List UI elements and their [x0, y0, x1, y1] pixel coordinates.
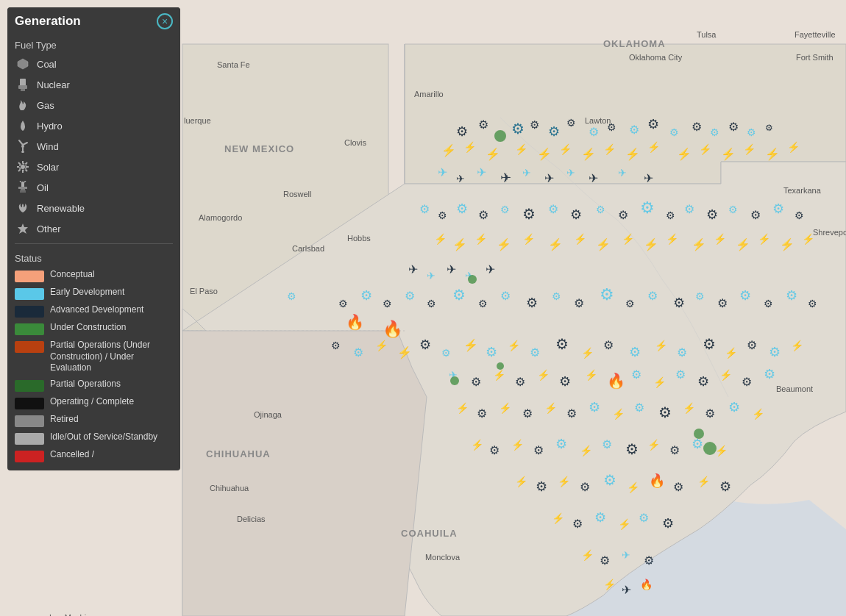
- svg-text:⚡: ⚡: [441, 143, 456, 157]
- svg-text:✈: ✈: [618, 167, 627, 179]
- svg-text:⚙: ⚙: [703, 336, 716, 352]
- svg-text:⚡: ⚡: [463, 338, 478, 352]
- svg-text:⚙: ⚙: [639, 512, 649, 524]
- svg-text:⚡: ⚡: [752, 408, 765, 420]
- fuel-item-other: Other: [7, 218, 180, 239]
- svg-text:⚙: ⚙: [640, 198, 655, 217]
- idle-label: Idle/Out of Service/Standby: [50, 431, 157, 443]
- svg-point-211: [21, 165, 25, 169]
- svg-text:⚡: ⚡: [666, 233, 679, 246]
- svg-text:⚙: ⚙: [589, 400, 600, 415]
- svg-text:⚙: ⚙: [478, 209, 488, 221]
- fuel-item-nuclear: Nuclear: [7, 74, 180, 95]
- svg-point-195: [494, 130, 506, 142]
- fuel-item-coal: Coal: [7, 54, 180, 74]
- svg-text:⚙: ⚙: [526, 296, 538, 310]
- svg-text:⚡: ⚡: [644, 237, 658, 251]
- svg-text:⚡: ⚡: [622, 233, 635, 246]
- svg-text:⚙: ⚙: [383, 298, 392, 309]
- svg-text:⚙: ⚙: [764, 298, 773, 309]
- svg-text:⚙: ⚙: [695, 290, 705, 302]
- svg-text:✈: ✈: [408, 263, 418, 276]
- svg-text:✈: ✈: [644, 172, 653, 185]
- svg-text:⚙: ⚙: [533, 444, 544, 456]
- svg-marker-201: [18, 59, 28, 69]
- oil-icon: [15, 179, 31, 196]
- svg-text:⚙: ⚙: [673, 481, 683, 493]
- svg-text:⚙: ⚙: [765, 123, 773, 133]
- early-dev-label: Early Development: [50, 287, 124, 298]
- svg-text:✈: ✈: [427, 270, 436, 282]
- svg-text:⚙: ⚙: [647, 117, 659, 132]
- svg-text:⚙: ⚙: [742, 376, 752, 388]
- partial-ops-color: [15, 380, 44, 392]
- svg-text:⚙: ⚙: [353, 346, 363, 359]
- close-button[interactable]: ×: [157, 13, 173, 29]
- fuel-item-solar: Solar: [7, 157, 180, 177]
- svg-point-198: [468, 275, 477, 284]
- svg-text:⚙: ⚙: [808, 298, 817, 309]
- other-label: Other: [37, 223, 61, 234]
- svg-text:⚡: ⚡: [544, 402, 558, 415]
- svg-text:⚡: ⚡: [625, 147, 640, 161]
- fuel-item-oil: Oil: [7, 177, 180, 198]
- svg-text:⚙: ⚙: [566, 407, 577, 420]
- renewable-label: Renewable: [37, 203, 85, 214]
- svg-text:✈: ✈: [622, 584, 631, 596]
- svg-text:⚡: ⚡: [647, 439, 661, 451]
- svg-text:⚡: ⚡: [522, 233, 536, 246]
- svg-text:✈: ✈: [544, 172, 554, 185]
- svg-text:⚡: ⚡: [719, 369, 733, 382]
- svg-text:⚙: ⚙: [629, 123, 639, 136]
- divider-1: [15, 243, 173, 244]
- svg-text:⚙: ⚙: [677, 346, 687, 359]
- svg-text:⚡: ⚡: [463, 141, 477, 154]
- svg-line-206: [19, 140, 23, 145]
- svg-text:⚙: ⚙: [764, 367, 775, 382]
- svg-text:✈: ✈: [522, 167, 531, 179]
- operating-label: Operating / Complete: [50, 396, 134, 408]
- under-construction-color: [15, 323, 44, 335]
- partial-ops-label: Partial Operations: [50, 379, 121, 390]
- svg-text:⚙: ⚙: [360, 288, 372, 303]
- cancelled-color: [15, 451, 44, 462]
- retired-color: [15, 415, 44, 427]
- svg-text:⚙: ⚙: [629, 345, 641, 359]
- svg-text:⚙: ⚙: [603, 472, 616, 488]
- hydro-label: Hydro: [37, 121, 63, 132]
- svg-line-226: [20, 181, 21, 182]
- svg-text:⚡: ⚡: [574, 233, 587, 246]
- svg-text:⚙: ⚙: [602, 438, 612, 451]
- svg-text:⚙: ⚙: [697, 374, 709, 389]
- solar-label: Solar: [37, 162, 59, 173]
- svg-text:⚙: ⚙: [769, 345, 781, 359]
- svg-text:⚙: ⚙: [719, 479, 731, 494]
- svg-text:⚙: ⚙: [658, 404, 672, 420]
- svg-text:⚙: ⚙: [441, 347, 451, 359]
- status-operating: Operating / Complete: [7, 394, 180, 412]
- svg-text:⚙: ⚙: [471, 376, 481, 388]
- svg-rect-223: [21, 189, 25, 190]
- svg-text:⚡: ⚡: [497, 237, 511, 251]
- svg-text:⚙: ⚙: [456, 201, 468, 216]
- gas-icon: [15, 97, 31, 113]
- svg-text:⚙: ⚙: [419, 337, 431, 352]
- svg-line-207: [23, 143, 27, 145]
- svg-text:⚡: ⚡: [787, 141, 800, 154]
- svg-text:⚡: ⚡: [581, 549, 594, 562]
- svg-line-227: [24, 181, 26, 182]
- svg-text:🔥: 🔥: [649, 473, 666, 489]
- retired-label: Retired: [50, 414, 79, 426]
- svg-text:⚙: ⚙: [530, 346, 540, 359]
- svg-text:✈: ✈: [622, 549, 630, 561]
- svg-text:⚡: ⚡: [612, 408, 625, 420]
- status-partial-ops: Partial Operations: [7, 376, 180, 394]
- cancelled-label: Cancelled /: [50, 449, 94, 461]
- svg-text:⚡: ⚡: [647, 141, 661, 154]
- svg-line-217: [26, 170, 28, 172]
- svg-text:⚙: ⚙: [452, 287, 466, 303]
- svg-text:⚙: ⚙: [705, 407, 715, 420]
- idle-color: [15, 433, 44, 445]
- wind-label: Wind: [37, 141, 59, 152]
- svg-text:⚡: ⚡: [511, 439, 525, 451]
